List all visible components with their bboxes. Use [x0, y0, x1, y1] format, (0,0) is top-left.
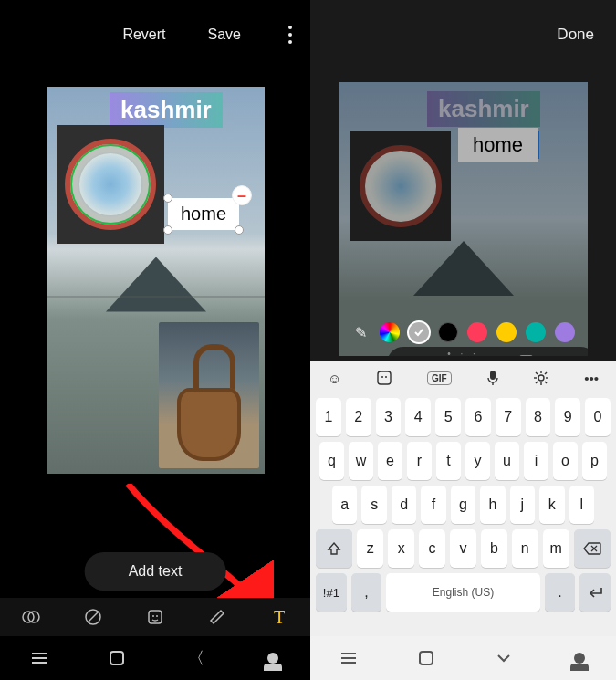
- key-s[interactable]: s: [361, 486, 386, 524]
- key-m[interactable]: m: [543, 529, 569, 568]
- keyboard-settings-icon[interactable]: [533, 370, 549, 386]
- text-sticker-home-label: home: [181, 204, 226, 224]
- selection-handle-bottom-left[interactable]: [163, 225, 172, 235]
- text-edit-canvas[interactable]: kashmir home Default T: [339, 82, 588, 356]
- color-swatch-red[interactable]: [467, 322, 487, 342]
- key-p[interactable]: p: [582, 442, 607, 480]
- key-9[interactable]: 9: [555, 398, 580, 436]
- key-v[interactable]: v: [450, 529, 476, 568]
- page-indicator-dots: • · ·: [310, 349, 616, 359]
- accessibility-icon[interactable]: [267, 653, 278, 664]
- key-y[interactable]: y: [465, 442, 490, 480]
- nav-recents-icon[interactable]: [32, 657, 47, 659]
- enter-key[interactable]: [579, 573, 611, 612]
- save-button[interactable]: Save: [208, 26, 241, 43]
- editor-canvas[interactable]: kashmir home –: [47, 87, 265, 474]
- sticker-basket-image[interactable]: [159, 322, 259, 468]
- color-swatch-rainbow[interactable]: [380, 322, 400, 342]
- keyboard-more-icon[interactable]: •••: [584, 371, 599, 386]
- nav-keyboard-down-icon[interactable]: [496, 654, 511, 663]
- key-t[interactable]: t: [436, 442, 461, 480]
- text-sticker-home[interactable]: home –: [168, 198, 239, 230]
- key-n[interactable]: n: [512, 529, 538, 568]
- mountain-shape: [106, 257, 206, 312]
- selection-handle-top-left[interactable]: [163, 194, 172, 203]
- nav-home-icon[interactable]: [110, 651, 124, 665]
- svg-point-6: [156, 615, 158, 617]
- key-h[interactable]: h: [480, 486, 505, 524]
- editor-topbar: Revert Save: [0, 0, 310, 68]
- key-r[interactable]: r: [407, 442, 432, 480]
- draw-tool-icon[interactable]: [207, 607, 227, 627]
- key-o[interactable]: o: [553, 442, 578, 480]
- shift-key[interactable]: [316, 529, 352, 568]
- key-7[interactable]: 7: [496, 398, 521, 436]
- color-swatch-black[interactable]: [438, 322, 458, 342]
- key-2[interactable]: 2: [346, 398, 371, 436]
- key-w[interactable]: w: [349, 442, 373, 480]
- text-tool-icon[interactable]: T: [269, 607, 289, 627]
- svg-rect-10: [490, 371, 496, 380]
- key-4[interactable]: 4: [405, 398, 431, 436]
- accessibility-icon[interactable]: [574, 653, 585, 664]
- sticker-kashmir[interactable]: kashmir: [110, 92, 223, 128]
- key-q[interactable]: q: [319, 442, 344, 480]
- text-edit-screen: Done kashmir home Default T ✎ • · · ☺ GI…: [310, 0, 616, 680]
- sticker-plate-image: [350, 131, 451, 241]
- nav-back-icon[interactable]: 〈: [188, 647, 204, 669]
- key-z[interactable]: z: [357, 529, 383, 568]
- emoji-icon[interactable]: ☺: [328, 371, 341, 386]
- key-j[interactable]: j: [510, 486, 535, 524]
- key-f[interactable]: f: [421, 486, 445, 524]
- space-key[interactable]: English (US): [386, 573, 539, 612]
- key-c[interactable]: c: [419, 529, 445, 568]
- key-b[interactable]: b: [481, 529, 507, 568]
- key-6[interactable]: 6: [465, 398, 491, 436]
- key-l[interactable]: l: [569, 486, 594, 524]
- key-x[interactable]: x: [388, 529, 414, 568]
- comma-key[interactable]: ,: [351, 573, 382, 612]
- active-text-input[interactable]: home: [458, 128, 538, 162]
- keyboard-row-a: asdfghjkl: [310, 483, 616, 527]
- key-a[interactable]: a: [332, 486, 357, 524]
- add-text-button[interactable]: Add text: [85, 552, 226, 591]
- key-1[interactable]: 1: [316, 398, 341, 436]
- on-screen-keyboard: ☺ GIF ••• 1234567890 qwertyuiop asdfghjk…: [310, 361, 616, 636]
- filters-tool-icon[interactable]: [21, 607, 41, 627]
- sticker-plate-image[interactable]: [57, 125, 164, 244]
- nav-recents-icon[interactable]: [341, 657, 356, 659]
- key-5[interactable]: 5: [435, 398, 461, 436]
- mic-icon[interactable]: [486, 370, 499, 386]
- sticker-kbd-icon[interactable]: [376, 370, 392, 386]
- period-key[interactable]: .: [545, 573, 576, 612]
- key-e[interactable]: e: [378, 442, 402, 480]
- gif-icon[interactable]: GIF: [427, 371, 452, 385]
- color-swatch-purple[interactable]: [555, 322, 575, 342]
- backspace-key[interactable]: [574, 529, 611, 568]
- nav-home-icon[interactable]: [419, 651, 433, 665]
- photo-editor-screen: Revert Save kashmir home – Add: [0, 0, 310, 680]
- key-0[interactable]: 0: [585, 398, 611, 436]
- background-tool-icon[interactable]: [83, 607, 103, 627]
- key-i[interactable]: i: [524, 442, 548, 480]
- key-d[interactable]: d: [392, 486, 416, 524]
- keyboard-row-space: !#1 , English (US) .: [310, 570, 616, 614]
- eyedropper-icon[interactable]: ✎: [352, 324, 371, 341]
- delete-sticker-icon[interactable]: –: [232, 185, 252, 205]
- stickers-tool-icon[interactable]: [145, 607, 165, 627]
- key-u[interactable]: u: [495, 442, 519, 480]
- selection-handle-bottom-right[interactable]: [235, 225, 244, 235]
- color-swatch-yellow[interactable]: [496, 322, 517, 342]
- sticker-kashmir: kashmir: [427, 91, 540, 127]
- done-button[interactable]: Done: [557, 26, 594, 44]
- color-swatch-teal[interactable]: [526, 322, 546, 342]
- more-options-icon[interactable]: [283, 20, 298, 49]
- key-8[interactable]: 8: [526, 398, 551, 436]
- color-picker-row: ✎: [310, 316, 616, 349]
- symbols-key[interactable]: !#1: [316, 573, 347, 612]
- key-3[interactable]: 3: [376, 398, 402, 436]
- key-k[interactable]: k: [539, 486, 564, 524]
- key-g[interactable]: g: [451, 486, 475, 524]
- color-swatch-white[interactable]: [409, 322, 429, 342]
- revert-button[interactable]: Revert: [122, 26, 165, 43]
